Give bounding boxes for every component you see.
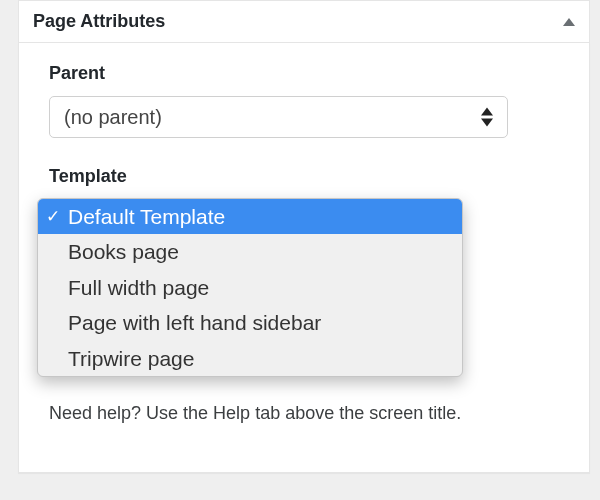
- panel-body: Parent (no parent) Template ✓ Default Te…: [19, 43, 589, 472]
- template-dropdown: ✓ Default Template Books page Full width…: [37, 198, 463, 377]
- template-option-leftsidebar[interactable]: Page with left hand sidebar: [38, 305, 462, 340]
- template-option-books[interactable]: Books page: [38, 234, 462, 269]
- template-option-label: Tripwire page: [68, 347, 194, 370]
- template-option-default[interactable]: ✓ Default Template: [38, 199, 462, 234]
- template-label: Template: [49, 166, 559, 187]
- collapse-toggle-icon[interactable]: [563, 18, 575, 26]
- template-field: Template ✓ Default Template Books page F…: [49, 166, 559, 424]
- select-arrows-icon: [481, 108, 493, 127]
- template-option-fullwidth[interactable]: Full width page: [38, 270, 462, 305]
- template-option-label: Default Template: [68, 205, 225, 228]
- parent-field: Parent (no parent): [49, 63, 559, 138]
- parent-select-value: (no parent): [64, 106, 162, 129]
- panel-title: Page Attributes: [33, 11, 165, 32]
- page-attributes-panel: Parent (no parent) Template ✓ Default Te…: [18, 43, 590, 473]
- template-option-label: Full width page: [68, 276, 209, 299]
- parent-label: Parent: [49, 63, 559, 84]
- template-option-label: Books page: [68, 240, 179, 263]
- checkmark-icon: ✓: [46, 205, 60, 229]
- help-text: Need help? Use the Help tab above the sc…: [49, 403, 559, 424]
- panel-header[interactable]: Page Attributes: [18, 0, 590, 43]
- template-option-label: Page with left hand sidebar: [68, 311, 321, 334]
- parent-select[interactable]: (no parent): [49, 96, 508, 138]
- template-option-tripwire[interactable]: Tripwire page: [38, 341, 462, 376]
